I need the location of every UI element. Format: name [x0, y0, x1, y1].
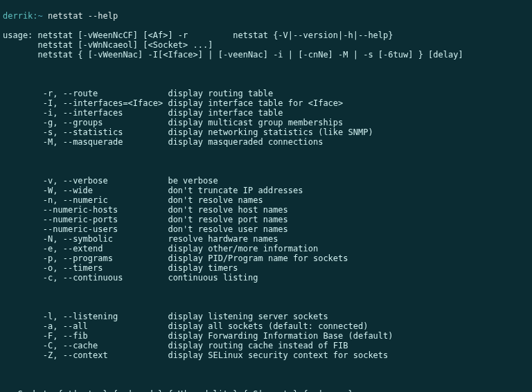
option-line: --numeric-ports don't resolve port names: [3, 215, 529, 224]
option-line: -M, --masquerade display masqueraded con…: [3, 137, 529, 147]
option-line: -e, --extend display other/more informat…: [3, 244, 529, 253]
usage-line: netstat [-vWnNcaeol] [<Socket> ...]: [3, 40, 529, 50]
option-line: -o, --timers display timers: [3, 263, 529, 273]
option-line: -r, --route display routing table: [3, 89, 529, 98]
trailer-line: <Socket>={-t|--tcp} {-u|--udp} {-U|--udp…: [3, 389, 529, 392]
option-line: --numeric-hosts don't resolve host names: [3, 205, 529, 215]
option-line: -g, --groups display multicast group mem…: [3, 118, 529, 127]
prompt-cwd: ~: [38, 11, 43, 21]
option-line: -a, --all display all sockets (default: …: [3, 321, 529, 331]
option-group-2: -v, --verbose be verbose -W, --wide don'…: [3, 176, 529, 283]
option-line: -F, --fib display Forwarding Information…: [3, 331, 529, 341]
option-line: -n, --numeric don't resolve names: [3, 195, 529, 205]
option-line: -N, --symbolic resolve hardware names: [3, 234, 529, 244]
blank-line: [3, 292, 529, 302]
option-line: -i, --interfaces display interface table: [3, 108, 529, 118]
prompt-user: derrik: [3, 11, 33, 21]
option-line: -s, --statistics display networking stat…: [3, 127, 529, 137]
option-line: -Z, --context display SELinux security c…: [3, 350, 529, 360]
command-text: netstat --help: [48, 11, 118, 21]
usage-line: netstat { [-vWeenNac] -I[<Iface>] | [-ve…: [3, 50, 529, 60]
terminal[interactable]: derrik:~ netstat --help usage: netstat […: [0, 0, 532, 392]
blank-line: [3, 157, 529, 166]
option-line: --numeric-users don't resolve user names: [3, 224, 529, 234]
option-line: -v, --verbose be verbose: [3, 176, 529, 186]
blank-line: [3, 69, 529, 79]
option-group-3: -l, --listening display listening server…: [3, 312, 529, 360]
option-line: -I, --interfaces=<Iface> display interfa…: [3, 98, 529, 108]
prompt-line-1: derrik:~ netstat --help: [3, 11, 529, 21]
trailer-block: <Socket>={-t|--tcp} {-u|--udp} {-U|--udp…: [3, 389, 529, 392]
usage-block: usage: netstat [-vWeenNcCF] [<Af>] -r ne…: [3, 30, 529, 60]
usage-line: usage: netstat [-vWeenNcCF] [<Af>] -r ne…: [3, 30, 529, 40]
option-line: -C, --cache display routing cache instea…: [3, 341, 529, 350]
option-line: -l, --listening display listening server…: [3, 312, 529, 321]
option-group-1: -r, --route display routing table -I, --…: [3, 89, 529, 147]
prompt-sep: :: [33, 11, 37, 21]
option-line: -W, --wide don't truncate IP addresses: [3, 186, 529, 195]
option-line: -c, --continuous continuous listing: [3, 273, 529, 283]
blank-line: [3, 370, 529, 380]
option-line: -p, --programs display PID/Program name …: [3, 253, 529, 263]
